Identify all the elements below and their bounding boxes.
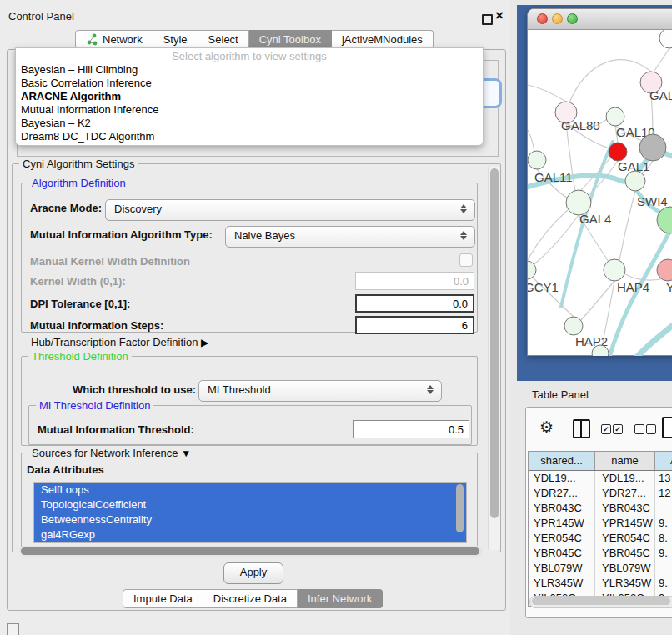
settings-scrollbar[interactable]: [488, 167, 500, 550]
checked-checkbox-icon[interactable]: ✓: [601, 424, 611, 434]
column-header[interactable]: A: [655, 452, 672, 470]
tab-cyni-toolbox[interactable]: Cyni Toolbox: [249, 30, 332, 49]
table-row[interactable]: YBL079WYBL079W: [529, 561, 672, 576]
aracne-mode-select[interactable]: Discovery: [105, 199, 475, 221]
algorithm-option[interactable]: ARACNE Algorithm: [16, 90, 483, 103]
mi-threshold-input[interactable]: [353, 420, 469, 438]
settings-hscrollbar-thumb[interactable]: [21, 548, 479, 555]
control-panel-titlebar: Control Panel ×: [0, 2, 510, 28]
table-cell: [655, 501, 672, 516]
sources-group-title[interactable]: Sources for Network Inference ▼: [28, 447, 194, 459]
table-cell: YDL19...: [595, 471, 655, 486]
tab-select[interactable]: Select: [198, 30, 249, 49]
tab-select-label: Select: [208, 31, 238, 48]
network-node[interactable]: [606, 108, 624, 126]
mi-type-select[interactable]: Naive Bayes: [225, 226, 475, 248]
algorithm-option[interactable]: Mutual Information Inference: [16, 103, 483, 117]
columns-icon[interactable]: [573, 419, 590, 438]
unchecked-checkbox-icon[interactable]: [646, 424, 656, 434]
algorithm-option[interactable]: Dream8 DC_TDC Algorithm: [16, 130, 483, 143]
network-node[interactable]: [564, 317, 583, 335]
algorithm-option[interactable]: Basic Correlation Inference: [16, 77, 483, 90]
tab-infer-network[interactable]: Infer Network: [298, 589, 383, 608]
manual-kernel-label: Manual Kernel Width Definition: [30, 255, 190, 268]
table-row[interactable]: YPR145WYPR145W9.: [529, 516, 672, 531]
network-node[interactable]: [609, 142, 627, 161]
close-window-button[interactable]: [537, 13, 548, 24]
table-row[interactable]: YDR27...YDR27...12: [529, 486, 672, 501]
tab-jactivemnodules[interactable]: jActiveMNodules: [332, 30, 434, 49]
table-cell: 9.: [655, 576, 672, 591]
table-cell: YPR145W: [595, 516, 655, 531]
data-attribute-item[interactable]: gal4RGexp: [34, 528, 466, 542]
algorithm-dropdown-popup: Select algorithm to view settings Bayesi…: [15, 48, 484, 146]
settings-scrollbar-thumb[interactable]: [490, 168, 499, 518]
hub-section-toggle[interactable]: Hub/Transcription Factor Definition ▶: [31, 336, 208, 348]
network-node[interactable]: [625, 171, 645, 191]
zoom-window-button[interactable]: [567, 13, 578, 24]
attribute-list-scrollbar-thumb[interactable]: [456, 484, 464, 532]
aracne-mode-value: Discovery: [114, 202, 162, 215]
document-icon[interactable]: [662, 417, 672, 438]
network-node[interactable]: [659, 30, 672, 48]
table-row[interactable]: YBR045CYBR045C9.: [529, 546, 672, 561]
table-row[interactable]: YBR043CYBR043C: [529, 501, 672, 516]
table-hscrollbar[interactable]: [529, 596, 672, 608]
unchecked-checkbox-icon[interactable]: [634, 424, 644, 434]
table-cell: 9.: [655, 546, 672, 561]
float-panel-icon[interactable]: [482, 14, 493, 25]
table-row[interactable]: YLR345WYLR345W9.: [529, 576, 672, 591]
mi-steps-input[interactable]: [355, 316, 474, 334]
table-cell: YDR27...: [529, 486, 595, 501]
table-cell: YER054C: [595, 531, 655, 546]
tab-discretize-data[interactable]: Discretize Data: [203, 589, 298, 608]
network-node[interactable]: [604, 259, 625, 281]
panel-dock-icon[interactable]: [7, 623, 19, 635]
kernel-width-input[interactable]: [355, 272, 474, 290]
table-cell: YDR27...: [595, 486, 655, 501]
right-region: GAL7GAL80GAL10GAL1GAL11SWI4GAL4GCY1HAP4Y…: [510, 0, 672, 635]
tab-impute-data[interactable]: Impute Data: [123, 589, 203, 608]
algorithm-option[interactable]: Bayesian – K2: [16, 117, 483, 130]
network-node[interactable]: [528, 151, 546, 169]
network-node[interactable]: [639, 134, 666, 161]
table-row[interactable]: YER054CYER054C8.: [529, 531, 672, 546]
data-attribute-item[interactable]: SelfLoops: [34, 482, 466, 498]
tab-jactive-label: jActiveMNodules: [342, 31, 423, 48]
table-hscrollbar-thumb[interactable]: [532, 598, 670, 605]
algorithm-option[interactable]: Bayesian – Hill Climbing: [16, 63, 483, 77]
network-node[interactable]: [657, 259, 672, 281]
threshold-definition-title: Threshold Definition: [28, 350, 132, 362]
spinner-arrows-icon: [460, 230, 467, 241]
network-canvas[interactable]: GAL7GAL80GAL10GAL1GAL11SWI4GAL4GCY1HAP4Y…: [528, 30, 672, 356]
manual-kernel-checkbox[interactable]: [459, 253, 473, 267]
node-table: shared... name A YDL19...YDL19...13YDR27…: [528, 451, 672, 607]
gear-icon[interactable]: ⚙: [539, 418, 554, 437]
column-header[interactable]: name: [595, 452, 655, 470]
tab-cyni-label: Cyni Toolbox: [259, 31, 321, 48]
data-attributes-list[interactable]: SelfLoopsTopologicalCoefficientBetweenne…: [33, 482, 467, 543]
which-threshold-label: Which threshold to use:: [73, 383, 196, 396]
dpi-tolerance-input[interactable]: [355, 294, 474, 312]
panel-title: Control Panel: [8, 10, 74, 22]
which-threshold-select[interactable]: MI Threshold: [198, 380, 442, 402]
network-tab-icon: [86, 33, 98, 46]
kernel-width-label: Kernel Width (0,1):: [30, 275, 126, 288]
hub-section-label: Hub/Transcription Factor Definition: [31, 336, 198, 348]
table-row[interactable]: YDL19...YDL19...13: [529, 471, 672, 486]
settings-hscrollbar[interactable]: [19, 546, 483, 557]
minimize-window-button[interactable]: [552, 13, 563, 24]
tab-style[interactable]: Style: [153, 30, 198, 49]
algorithm-dropdown-placeholder: Select algorithm to view settings: [16, 50, 483, 63]
attr-items: SelfLoopsTopologicalCoefficientBetweenne…: [34, 482, 466, 542]
network-view-window[interactable]: GAL7GAL80GAL10GAL1GAL11SWI4GAL4GCY1HAP4Y…: [527, 8, 672, 356]
column-header[interactable]: shared...: [529, 452, 595, 470]
network-node-label: HAP4: [617, 280, 649, 294]
checked-checkbox-icon[interactable]: ✓: [613, 424, 623, 434]
apply-button[interactable]: Apply: [223, 562, 283, 584]
close-panel-icon[interactable]: ×: [495, 8, 504, 24]
data-attribute-item[interactable]: TopologicalCoefficient: [34, 498, 466, 512]
data-attribute-item[interactable]: BetweennessCentrality: [34, 512, 466, 528]
table-cell: YLR345W: [595, 576, 655, 591]
tab-network[interactable]: Network: [75, 30, 153, 49]
